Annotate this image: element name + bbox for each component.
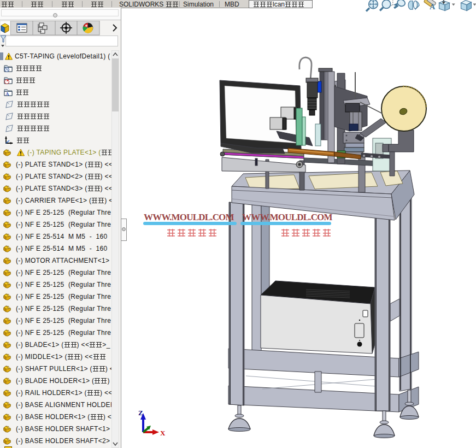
svg-text:Z: Z	[138, 409, 143, 417]
svg-text:A: A	[430, 2, 436, 11]
svg-text:X: X	[160, 429, 166, 437]
